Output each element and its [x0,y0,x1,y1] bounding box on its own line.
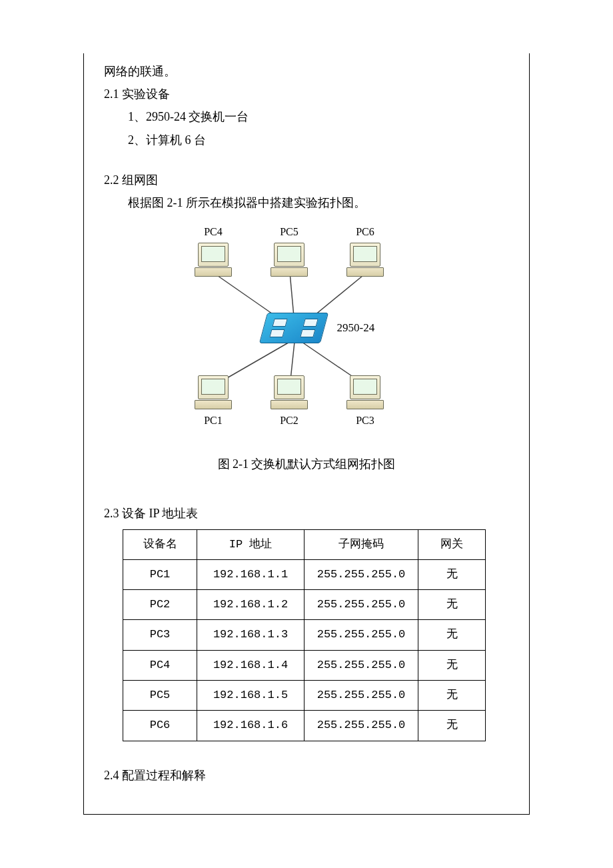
table-cell: 255.255.255.0 [305,711,418,741]
tower-icon [195,400,232,409]
table-cell: PC4 [123,650,197,680]
pc-node-pc5: PC5 [267,221,312,276]
table-cell: 192.168.1.6 [197,711,305,741]
table-cell: PC2 [123,590,197,620]
section-2-3-heading: 2.3 设备 IP 地址表 [104,502,509,525]
page-content: 网络的联通。 2.1 实验设备 1、2950-24 交换机一台 2、计算机 6 … [83,53,530,815]
monitor-icon [350,243,380,267]
pc-node-pc4: PC4 [191,221,236,276]
table-cell: 192.168.1.4 [197,650,305,680]
table-cell: PC6 [123,711,197,741]
monitor-icon [198,243,229,267]
table-cell: 192.168.1.3 [197,620,305,650]
table-row: PC6192.168.1.6255.255.255.0无 [123,711,486,741]
table-header: IP 地址 [197,529,305,559]
table-body: PC1192.168.1.1255.255.255.0无PC2192.168.1… [123,559,486,741]
table-cell: 255.255.255.0 [305,650,418,680]
table-cell: 无 [418,590,486,620]
equipment-item-1: 1、2950-24 交换机一台 [104,105,509,128]
pc-node-pc1: PC1 [191,375,236,431]
table-cell: PC3 [123,620,197,650]
tower-icon [346,400,384,409]
network-topology-diagram: PC4 PC5 PC6 2950-24 [167,221,446,447]
table-cell: 192.168.1.1 [197,559,305,589]
table-cell: 192.168.1.5 [197,680,305,710]
table-cell: PC5 [123,680,197,710]
table-header-row: 设备名 IP 地址 子网掩码 网关 [123,529,486,559]
tower-icon [271,400,308,409]
table-header: 子网掩码 [305,529,418,559]
table-cell: 255.255.255.0 [305,590,418,620]
table-cell: 192.168.1.2 [197,590,305,620]
switch-node: 2950-24 [263,313,374,343]
pc-node-pc6: PC6 [342,221,388,276]
table-row: PC1192.168.1.1255.255.255.0无 [123,559,486,589]
section-2-2-description: 根据图 2-1 所示在模拟器中搭建实验拓扑图。 [104,191,509,214]
table-cell: 255.255.255.0 [305,680,418,710]
table-row: PC5192.168.1.5255.255.255.0无 [123,680,486,710]
pc-label: PC2 [267,411,312,431]
table-row: PC4192.168.1.4255.255.255.0无 [123,650,486,680]
table-header: 设备名 [123,529,197,559]
tower-icon [346,267,384,277]
switch-icon [259,313,328,343]
pc-label: PC5 [267,222,312,242]
table-row: PC3192.168.1.3255.255.255.0无 [123,620,486,650]
table-cell: PC1 [123,559,197,589]
equipment-item-2: 2、计算机 6 台 [104,129,509,151]
table-cell: 无 [418,711,486,741]
table-head: 设备名 IP 地址 子网掩码 网关 [123,529,486,559]
section-2-4-heading: 2.4 配置过程和解释 [104,764,509,787]
table-cell: 255.255.255.0 [305,559,418,589]
pc-label: PC3 [342,411,388,431]
monitor-icon [350,375,380,399]
pc-label: PC6 [342,222,388,242]
table-cell: 无 [418,620,486,650]
monitor-icon [274,375,305,399]
switch-label: 2950-24 [337,317,375,339]
pc-label: PC1 [191,411,236,431]
pc-node-pc2: PC2 [267,375,312,431]
tower-icon [271,267,308,277]
table-cell: 无 [418,650,486,680]
figure-caption: 图 2-1 交换机默认方式组网拓扑图 [104,453,509,475]
table-cell: 无 [418,559,486,589]
table-cell: 255.255.255.0 [305,620,418,650]
table-row: PC2192.168.1.2255.255.255.0无 [123,590,486,620]
monitor-icon [274,243,305,267]
table-header: 网关 [418,529,486,559]
pc-label: PC4 [191,222,236,242]
section-2-2-heading: 2.2 组网图 [104,169,509,191]
table-cell: 无 [418,680,486,710]
ip-address-table: 设备名 IP 地址 子网掩码 网关 PC1192.168.1.1255.255.… [123,529,486,741]
monitor-icon [198,375,229,399]
tower-icon [195,267,232,277]
section-2-1-heading: 2.1 实验设备 [104,83,509,105]
paragraph-continuation: 网络的联通。 [104,60,509,83]
pc-node-pc3: PC3 [342,375,388,431]
